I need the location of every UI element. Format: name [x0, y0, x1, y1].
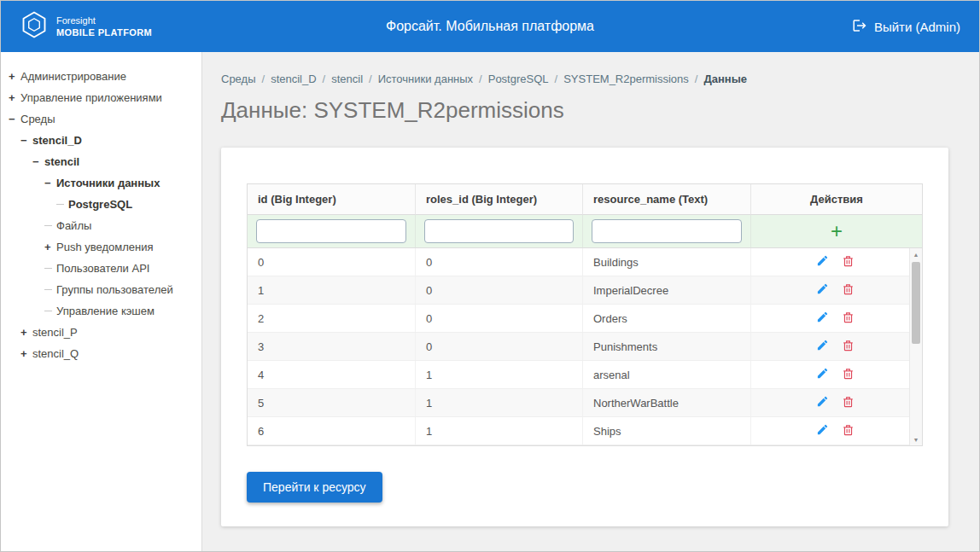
collapse-minus-icon[interactable]: −	[32, 155, 44, 168]
sidebar-item[interactable]: PostgreSQL	[1, 194, 201, 215]
sidebar-item-label: Управление кэшем	[56, 305, 155, 317]
row-actions	[751, 389, 922, 416]
table-cell: 3	[248, 333, 416, 360]
row-actions	[751, 305, 922, 332]
sidebar-item[interactable]: +Администрирование	[1, 66, 201, 87]
sidebar-item[interactable]: +Push уведомления	[1, 236, 201, 258]
table-filter-row: +	[248, 215, 922, 248]
expand-plus-icon[interactable]: +	[20, 347, 32, 360]
sidebar-item[interactable]: Группы пользователей	[1, 279, 201, 300]
collapse-minus-icon[interactable]: −	[9, 113, 20, 125]
trash-icon	[842, 423, 855, 439]
collapse-minus-icon[interactable]: −	[44, 177, 56, 189]
pencil-icon	[816, 311, 829, 326]
edit-row-button[interactable]	[816, 423, 829, 439]
edit-row-button[interactable]	[816, 395, 829, 410]
scroll-down-button[interactable]: ▼	[910, 433, 922, 445]
expand-plus-icon[interactable]: +	[44, 241, 56, 253]
expand-plus-icon[interactable]: +	[9, 91, 20, 104]
scroll-up-button[interactable]: ▲	[910, 248, 922, 260]
filter-input-1[interactable]	[424, 219, 574, 243]
main-content: Среды/stencil_D/stencil/Источники данных…	[202, 52, 979, 551]
trash-icon	[842, 311, 855, 327]
breadcrumb-item[interactable]: stencil	[331, 73, 363, 85]
breadcrumb-item[interactable]: SYSTEM_R2permissions	[563, 73, 689, 85]
table-row: 20Orders	[248, 305, 922, 333]
sidebar-item-label: Группы пользователей	[56, 283, 173, 296]
breadcrumb-item[interactable]: PostgreSQL	[488, 73, 549, 85]
delete-row-button[interactable]	[842, 395, 855, 411]
sidebar-item[interactable]: −Среды	[1, 108, 201, 130]
sidebar-item[interactable]: +stencil_P	[1, 322, 201, 343]
edit-row-button[interactable]	[816, 254, 829, 270]
sidebar-item[interactable]: Пользователи API	[1, 258, 201, 279]
sidebar-item-label: Среды	[20, 113, 55, 125]
data-table: id (Big Integer)roles_id (Big Integer)re…	[247, 183, 923, 446]
edit-row-button[interactable]	[816, 367, 829, 382]
delete-row-button[interactable]	[842, 282, 855, 299]
edit-row-button[interactable]	[816, 311, 829, 326]
column-header: id (Big Integer)	[248, 184, 416, 215]
breadcrumb-separator: /	[695, 73, 698, 85]
breadcrumb-item[interactable]: Среды	[221, 73, 256, 85]
foresight-logo[interactable]: Foresight MOBILE PLATFORM	[20, 10, 152, 43]
sidebar-item[interactable]: −Источники данных	[1, 172, 201, 194]
sidebar-item-label: Управление приложениями	[20, 91, 162, 104]
logout-button[interactable]: Выйти (Admin)	[852, 18, 960, 36]
breadcrumb: Среды/stencil_D/stencil/Источники данных…	[221, 73, 948, 85]
sidebar-item[interactable]: −stencil_D	[1, 130, 201, 151]
delete-row-button[interactable]	[842, 311, 855, 327]
table-cell: arsenal	[583, 361, 751, 388]
filter-input-0[interactable]	[256, 219, 406, 243]
sidebar-item-label: stencil_P	[32, 326, 78, 339]
breadcrumb-item: Данные	[703, 73, 747, 85]
sidebar-tree: +Администрирование+Управление приложения…	[1, 52, 202, 551]
row-actions	[751, 248, 922, 276]
edit-row-button[interactable]	[816, 282, 829, 298]
table-row: 51NortherWarBattle	[248, 389, 922, 417]
sidebar-item[interactable]: Управление кэшем	[1, 300, 201, 322]
tree-branch-line	[44, 311, 52, 311]
expand-plus-icon[interactable]: +	[20, 326, 32, 339]
table-row: 00Buildings	[248, 248, 922, 276]
scrollbar-thumb[interactable]	[912, 262, 920, 344]
collapse-minus-icon[interactable]: −	[20, 134, 32, 147]
sidebar-item[interactable]: Файлы	[1, 215, 201, 236]
breadcrumb-item[interactable]: stencil_D	[271, 73, 316, 85]
breadcrumb-separator: /	[262, 73, 265, 85]
tree-branch-line	[44, 289, 52, 290]
filter-input-2[interactable]	[592, 219, 742, 243]
logo-text: Foresight MOBILE PLATFORM	[56, 15, 152, 39]
expand-plus-icon[interactable]: +	[9, 70, 20, 83]
pencil-icon	[816, 395, 829, 410]
sidebar-item-label: stencil_D	[32, 134, 82, 147]
delete-row-button[interactable]	[842, 367, 855, 383]
breadcrumb-separator: /	[323, 73, 326, 85]
pencil-icon	[816, 339, 829, 354]
sidebar-item-label: Администрирование	[20, 70, 126, 83]
sidebar-item[interactable]: +stencil_Q	[1, 343, 201, 364]
table-scrollbar[interactable]: ▲ ▼	[909, 248, 922, 445]
pencil-icon	[816, 254, 829, 270]
add-row-button[interactable]: +	[831, 223, 843, 240]
breadcrumb-item[interactable]: Источники данных	[378, 73, 473, 85]
trash-icon	[842, 339, 855, 355]
sidebar-item-label: PostgreSQL	[68, 198, 132, 211]
sidebar-item[interactable]: +Управление приложениями	[1, 87, 201, 108]
sidebar-item-label: Push уведомления	[56, 241, 154, 253]
sidebar-item[interactable]: −stencil	[1, 151, 201, 172]
delete-row-button[interactable]	[842, 423, 855, 439]
trash-icon	[842, 395, 855, 411]
sidebar-item-label: Файлы	[56, 219, 91, 232]
edit-row-button[interactable]	[816, 339, 829, 354]
column-header: roles_id (Big Integer)	[416, 184, 583, 215]
foresight-hexagon-logo-icon	[20, 10, 49, 43]
goto-resource-button[interactable]: Перейти к ресурсу	[247, 472, 382, 503]
pencil-icon	[816, 423, 829, 439]
pencil-icon	[816, 367, 829, 382]
table-cell: Punishments	[583, 333, 751, 360]
table-body: 00Buildings10ImperialDecree20Orders30Pun…	[248, 248, 922, 445]
delete-row-button[interactable]	[842, 339, 855, 355]
row-actions	[751, 361, 922, 388]
delete-row-button[interactable]	[842, 254, 855, 270]
